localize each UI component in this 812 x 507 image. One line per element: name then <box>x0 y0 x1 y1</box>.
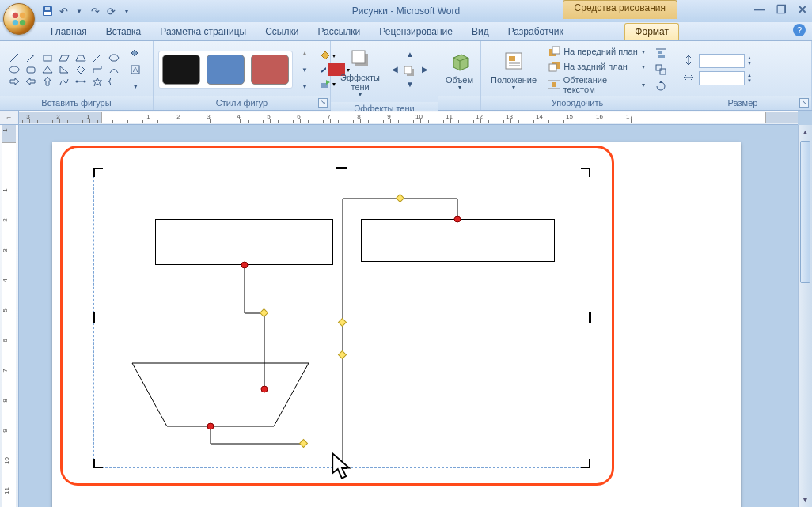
nudge-up-icon[interactable]: ▲ <box>403 50 417 64</box>
minimize-button[interactable]: — <box>754 3 765 16</box>
gallery-down-icon[interactable]: ▼ <box>298 62 312 77</box>
refresh-icon[interactable]: ⟳ <box>104 5 117 17</box>
maximize-button[interactable]: ❐ <box>776 3 787 16</box>
document-viewport[interactable] <box>19 125 798 507</box>
height-down-icon[interactable]: ▼ <box>747 61 752 66</box>
height-up-icon[interactable]: ▲ <box>747 55 752 61</box>
text-box-icon[interactable]: A <box>128 62 142 77</box>
shape-star-icon[interactable] <box>89 76 105 87</box>
tab-mailings[interactable]: Рассылки <box>308 24 370 40</box>
tab-insert[interactable]: Вставка <box>97 24 151 40</box>
drawing-canvas-selection[interactable] <box>93 168 590 468</box>
group-label-3d <box>438 96 480 110</box>
shape-hexagon-icon[interactable] <box>106 52 122 63</box>
height-input[interactable] <box>699 54 745 68</box>
svg-point-0 <box>13 13 18 18</box>
group-label-arrange: Упорядочить <box>481 96 674 110</box>
rotate-button[interactable] <box>653 79 669 93</box>
tab-developer[interactable]: Разработчик <box>499 24 573 40</box>
tab-review[interactable]: Рецензирование <box>370 24 462 40</box>
shape-ellipse-icon[interactable] <box>6 64 22 75</box>
shape-line2-icon[interactable] <box>89 52 105 63</box>
shape-arrowblock-icon[interactable] <box>6 76 22 87</box>
svg-point-14 <box>84 81 86 83</box>
text-wrapping-button[interactable]: Обтекание текстом▾ <box>544 74 648 95</box>
width-up-icon[interactable]: ▲ <box>747 73 752 78</box>
redo-icon[interactable]: ↷ <box>89 5 101 17</box>
shadow-effects-button[interactable]: Эффекты тени ▾ <box>336 44 385 100</box>
svg-rect-19 <box>352 51 365 63</box>
shapes-gallery[interactable] <box>5 51 123 89</box>
close-button[interactable]: ✕ <box>798 3 807 16</box>
tab-page-layout[interactable]: Разметка страницы <box>150 24 256 40</box>
shape-uparrow-icon[interactable] <box>40 76 55 87</box>
align-button[interactable] <box>653 46 669 60</box>
shape-freeform-icon[interactable] <box>56 76 72 87</box>
shape-roundrect-icon[interactable] <box>23 64 39 75</box>
width-icon <box>682 71 696 85</box>
shape-rect-icon[interactable] <box>40 52 55 63</box>
3d-effects-button[interactable]: Объем ▾ <box>441 47 478 93</box>
shape-triangle-icon[interactable] <box>40 64 55 75</box>
send-to-back-button[interactable]: На задний план▾ <box>544 59 648 74</box>
size-launcher-icon[interactable]: ↘ <box>799 98 809 108</box>
nudge-right-icon[interactable]: ▶ <box>418 65 432 79</box>
svg-text:A: A <box>133 66 138 74</box>
svg-rect-6 <box>45 7 50 10</box>
save-icon[interactable] <box>41 5 54 17</box>
style-swatch-blue[interactable] <box>207 55 245 85</box>
width-input[interactable] <box>699 71 745 85</box>
style-swatch-black[interactable] <box>162 55 200 85</box>
undo-icon[interactable]: ↶ <box>57 5 70 17</box>
scroll-up-icon[interactable]: ▲ <box>799 125 812 139</box>
page <box>52 142 741 507</box>
gallery-more-icon[interactable]: ▾ <box>128 79 142 93</box>
gallery-expand-icon[interactable]: ▾ <box>298 79 312 93</box>
position-button[interactable]: Положение ▾ <box>486 47 541 93</box>
shape-arrow-icon[interactable] <box>23 52 39 63</box>
window-title: Рисунки - Microsoft Word <box>352 6 460 17</box>
tab-home[interactable]: Главная <box>41 24 97 40</box>
shape-line-icon[interactable] <box>6 52 22 63</box>
bring-to-front-button[interactable]: На передний план▾ <box>544 44 648 59</box>
dialog-launcher-icon[interactable]: ↘ <box>318 98 328 108</box>
shape-elbow-icon[interactable] <box>89 64 105 75</box>
group-label-insert-shapes: Вставить фигуры <box>0 96 153 110</box>
gallery-up-icon[interactable]: ▲ <box>298 46 312 60</box>
shape-parallelogram-icon[interactable] <box>56 52 72 63</box>
width-down-icon[interactable]: ▼ <box>747 78 752 84</box>
svg-rect-30 <box>552 82 556 87</box>
group-size: ▲▼ ▲▼ Размер↘ <box>674 41 812 110</box>
ribbon-tab-bar: Главная Вставка Разметка страницы Ссылки… <box>0 22 812 41</box>
shape-brace-icon[interactable] <box>106 76 122 87</box>
edit-shape-icon[interactable] <box>128 46 142 60</box>
svg-rect-27 <box>552 47 560 54</box>
qat-more-icon[interactable]: ▾ <box>120 5 133 17</box>
scroll-down-icon[interactable]: ▼ <box>799 493 812 507</box>
tab-format[interactable]: Формат <box>624 23 679 40</box>
document-area: ⌐ 3211234567891011121314151617 112345678… <box>0 111 812 507</box>
window-controls: — ❐ ✕ <box>754 3 807 16</box>
svg-rect-21 <box>404 66 412 74</box>
shadow-toggle-icon[interactable] <box>403 65 417 79</box>
shape-connector-icon[interactable] <box>73 76 89 87</box>
office-button[interactable] <box>3 3 35 35</box>
shape-leftarrow-icon[interactable] <box>23 76 39 87</box>
style-swatch-red[interactable] <box>251 55 289 85</box>
horizontal-ruler[interactable]: 3211234567891011121314151617 <box>19 111 798 125</box>
help-icon[interactable]: ? <box>793 24 806 36</box>
shape-rtriangle-icon[interactable] <box>56 64 72 75</box>
nudge-down-icon[interactable]: ▼ <box>403 80 417 94</box>
shape-diamond-icon[interactable] <box>73 64 89 75</box>
tab-view[interactable]: Вид <box>462 24 499 40</box>
tab-references[interactable]: Ссылки <box>256 24 308 40</box>
vertical-ruler[interactable]: 11234567891011 <box>0 125 19 507</box>
group-button[interactable] <box>653 62 669 77</box>
shape-trapezoid-icon[interactable] <box>73 52 89 63</box>
dropdown-icon[interactable]: ▼ <box>73 5 85 17</box>
nudge-left-icon[interactable]: ◀ <box>388 65 402 79</box>
group-label-shape-styles: Стили фигур↘ <box>154 96 330 110</box>
vertical-scrollbar[interactable]: ▲ ▼ <box>798 125 812 507</box>
shape-curve-icon[interactable] <box>106 64 122 75</box>
scrollbar-thumb[interactable] <box>800 141 810 283</box>
